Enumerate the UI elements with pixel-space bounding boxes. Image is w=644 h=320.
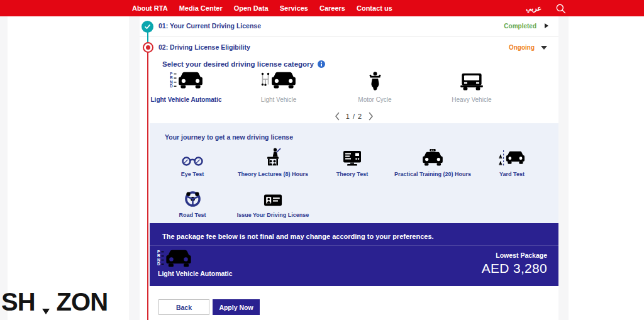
timeline-connector-completed — [147, 31, 148, 43]
category-heavy-vehicle[interactable]: Heavy Vehicle — [428, 71, 516, 103]
truck-icon — [460, 71, 484, 91]
page-edge-left — [0, 16, 8, 320]
monitor-icon — [342, 147, 362, 167]
glasses-icon — [181, 147, 204, 167]
package-notice-text: The package fee below is not final and m… — [162, 233, 434, 240]
apply-now-button[interactable]: Apply Now — [213, 299, 260, 315]
nav-item-contact-us[interactable]: Contact us — [357, 4, 392, 12]
search-icon[interactable] — [555, 3, 566, 14]
lowest-package-label: Lowest Package — [482, 251, 547, 259]
category-pagination: 1 / 2 — [150, 112, 558, 121]
package-price: AED 3,280 — [482, 261, 547, 276]
step2-title[interactable]: 02: Driving License Eligibility — [158, 43, 250, 51]
watermark-text-right: ZON — [57, 288, 108, 316]
timeline-connector-current — [147, 51, 148, 320]
journey-step-label: Eye Test — [181, 171, 204, 177]
watermark-text-left: SH — [1, 288, 35, 316]
step1-expand-arrow-icon[interactable] — [545, 23, 548, 28]
package-price-block: Lowest Package AED 3,280 — [482, 251, 547, 276]
banner-category-label: Light Vehicle Automatic — [158, 270, 233, 277]
category-light-vehicle-automatic[interactable]: Light Vehicle Automatic — [142, 71, 230, 103]
nav-item-open-data[interactable]: Open Data — [234, 4, 269, 12]
step-divider — [140, 36, 558, 37]
nav-item-media-center[interactable]: Media Center — [179, 4, 223, 12]
radio-dot — [146, 45, 150, 50]
category-section-heading: Select your desired driving license cate… — [162, 60, 325, 68]
category-light-vehicle[interactable]: Light Vehicle — [235, 71, 323, 103]
chevron-left-icon[interactable] — [335, 112, 340, 121]
category-label: Heavy Vehicle — [452, 96, 491, 103]
journey-step-label: Practical Training (20) Hours — [394, 171, 471, 177]
rta-license-application-page: About RTA Media Center Open Data Service… — [0, 0, 644, 320]
back-button[interactable]: Back — [158, 299, 209, 315]
journey-step-issue-license: Issue Your Driving License — [226, 188, 320, 218]
journey-step-label: Theory Test — [336, 171, 368, 177]
pagination-label: 1 / 2 — [346, 113, 362, 120]
nav-right-group: عربي — [526, 3, 566, 14]
step1-title[interactable]: 01: Your Current Driving License — [158, 22, 261, 30]
shozon-watermark: SH ZON — [1, 287, 108, 317]
content-gutter-right — [558, 16, 569, 320]
language-toggle-arabic[interactable]: عربي — [526, 4, 541, 13]
info-icon[interactable] — [318, 60, 325, 68]
package-fee-banner: The package fee below is not final and m… — [150, 223, 558, 286]
journey-step-label: Theory Lectures (8) Hours — [238, 171, 308, 177]
steering-wheel-icon — [184, 188, 201, 207]
car-manual-icon — [261, 71, 296, 91]
content-gutter-left — [129, 16, 140, 320]
step2-current-radio-icon — [143, 42, 153, 53]
journey-step-yard-test: Yard Test — [465, 147, 559, 177]
banner-divider — [150, 245, 558, 246]
category-motor-cycle[interactable]: Motor Cycle — [331, 71, 419, 103]
category-label: Light Vehicle Automatic — [151, 96, 222, 103]
id-card-icon — [264, 188, 282, 207]
step1-status-badge: Completed — [489, 23, 536, 30]
yard-cones-icon — [499, 147, 525, 167]
category-label: Motor Cycle — [358, 96, 391, 103]
lecture-icon — [264, 147, 282, 167]
category-label: Light Vehicle — [261, 96, 297, 103]
taxi-icon — [422, 147, 443, 167]
journey-section: Your journey to get a new driving licens… — [150, 123, 558, 223]
category-heading-text: Select your desired driving license cate… — [162, 60, 314, 68]
step1-check-icon — [142, 21, 153, 33]
journey-step-label: Yard Test — [499, 171, 525, 177]
journey-step-label: Issue Your Driving License — [237, 212, 309, 218]
nav-item-about-rta[interactable]: About RTA — [132, 4, 168, 12]
nav-item-services[interactable]: Services — [280, 4, 308, 12]
car-automatic-icon-white — [157, 249, 192, 268]
nav-links: About RTA Media Center Open Data Service… — [132, 4, 392, 12]
journey-title: Your journey to get a new driving licens… — [165, 133, 293, 141]
step2-collapse-arrow-icon[interactable] — [541, 46, 547, 50]
top-navigation-bar: About RTA Media Center Open Data Service… — [0, 0, 644, 16]
car-automatic-icon — [170, 71, 203, 91]
step2-status-badge: Ongoing — [487, 44, 535, 51]
journey-step-label: Road Test — [179, 212, 206, 218]
chevron-right-icon[interactable] — [369, 112, 374, 121]
motorcycle-icon — [368, 71, 382, 91]
nav-item-careers[interactable]: Careers — [319, 4, 345, 12]
location-pin-icon — [36, 291, 55, 310]
